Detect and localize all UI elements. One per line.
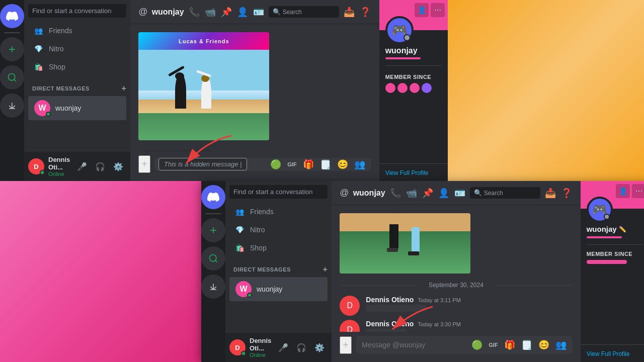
gift-button-bottom[interactable]: 🎁	[502, 338, 517, 351]
help-button-bottom[interactable]: ❓	[560, 187, 573, 199]
profile-divider-bottom	[587, 244, 643, 245]
chat-search-top[interactable]: 🔍 Search	[269, 6, 339, 18]
profile-more-options-top[interactable]: ⋯	[431, 3, 445, 17]
nav-friends-top[interactable]: 👥 Friends	[28, 23, 126, 39]
dm-section-label-bottom: DIRECT MESSAGES	[233, 266, 291, 273]
explore-button-bottom[interactable]	[201, 246, 225, 270]
add-dm-button-top[interactable]: +	[122, 84, 127, 93]
chat-header-username-bottom: wuonjay	[353, 189, 385, 198]
profile-member-since-section-top: Member Since	[379, 70, 448, 97]
dm-user-wuonjay-bottom[interactable]: W wuonjay	[229, 277, 328, 301]
add-dm-button-bottom[interactable]: +	[323, 265, 328, 274]
sticker-button-top[interactable]: 🗒️	[318, 158, 333, 171]
profile-add-friend-top[interactable]: 👤	[415, 3, 429, 17]
background-gradient-right	[443, 0, 644, 181]
video-button-top[interactable]: 📹	[204, 6, 216, 18]
chat-main-top: @ wuonjay 📞 📹 📌 👤 🪪 🔍 Search 📥 ❓	[130, 0, 379, 181]
search-placeholder-bottom: Find or start a conversation	[233, 188, 313, 196]
dm-icon-bottom: @	[340, 188, 349, 198]
profile-more-options-bottom[interactable]: ⋯	[632, 184, 644, 198]
discord-home-button-bottom[interactable]	[201, 185, 225, 209]
profile-username-area-bottom: wuonjay ✏️	[581, 223, 644, 235]
profile-username-area-top: wuonjay	[379, 44, 448, 61]
attach-button-top[interactable]: +	[138, 155, 150, 173]
member-since-label-bottom: Member Since	[587, 251, 643, 257]
input-actions-bottom: 🟢 GIF 🎁 🗒️ 😊 👥	[469, 338, 568, 351]
gif-button-top[interactable]: GIF	[285, 160, 298, 168]
deafen-button-bottom[interactable]: 🎧	[293, 339, 309, 355]
download-apps-button[interactable]	[0, 94, 24, 118]
profile-username-bottom: wuonjay	[587, 225, 617, 233]
dm-section-label-top: DIRECT MESSAGES	[32, 85, 90, 92]
add-server-button[interactable]: +	[0, 37, 24, 61]
attach-button-bottom[interactable]: +	[340, 336, 352, 354]
download-button-bottom[interactable]	[201, 275, 225, 299]
member-since-bar-bottom	[587, 260, 627, 264]
discord-home-button[interactable]	[0, 4, 24, 28]
sticker-button-bottom[interactable]: 🗒️	[519, 338, 534, 351]
chat-header-bottom: @ wuonjay 📞 📹 📌 👤 🪪 🔍 Search 📥 ❓	[332, 181, 580, 205]
emoji-button-top[interactable]: 😊	[335, 158, 350, 171]
add-member-button-top[interactable]: 👤	[236, 6, 249, 18]
self-status-dot-bottom	[241, 351, 246, 356]
settings-button-top[interactable]: ⚙️	[110, 158, 126, 174]
chat-messages-bottom[interactable]: September 30, 2024 D Dennis Otieno Today…	[332, 205, 580, 332]
emoji-nitro-button-bottom[interactable]: 🟢	[469, 338, 485, 351]
search-bar-top[interactable]: Find or start a conversation	[28, 4, 126, 18]
people-button-bottom[interactable]: 👥	[553, 338, 569, 351]
emoji-button-bottom[interactable]: 😊	[536, 338, 551, 351]
chat-search-bottom[interactable]: 🔍 Search	[470, 187, 540, 199]
mute-button-top[interactable]: 🎤	[74, 158, 90, 174]
add-member-button-bottom[interactable]: 👤	[438, 187, 450, 199]
profile-button-bottom[interactable]: 🪪	[454, 187, 466, 199]
user-status-bar-top: D Dennis Oti... Online 🎤 🎧 ⚙️	[24, 152, 130, 181]
deafen-button-top[interactable]: 🎧	[92, 158, 108, 174]
video-button-bottom[interactable]: 📹	[406, 187, 418, 199]
mute-button-bottom[interactable]: 🎤	[275, 339, 291, 355]
shop-label-bottom: Shop	[250, 244, 267, 252]
profile-actions-bottom: 👤 ⋯	[616, 184, 644, 198]
self-status-text-bottom: Online	[250, 352, 271, 358]
dm-user-wuonjay-top[interactable]: W wuonjay	[28, 96, 126, 120]
people-button-top[interactable]: 👥	[352, 158, 367, 171]
friends-icon-top: 👥	[34, 27, 43, 35]
pin-button-top[interactable]: 📌	[220, 6, 232, 18]
edit-username-icon-bottom[interactable]: ✏️	[619, 226, 626, 233]
background-gradient-bottom-left	[0, 181, 201, 362]
view-full-profile-link-bottom[interactable]: View Full Profile	[587, 350, 630, 357]
message-input-field-bottom[interactable]	[360, 336, 469, 354]
search-bar-bottom[interactable]: Find or start a conversation	[229, 185, 328, 199]
gif-button-bottom[interactable]: GIF	[487, 341, 500, 349]
nav-friends-bottom[interactable]: 👥 Friends	[229, 204, 328, 220]
nav-nitro-bottom[interactable]: 💎 Nitro	[229, 222, 328, 238]
profile-panel-bottom: 👤 ⋯ 🎮 wuonjay ✏️ Member Since View Full …	[581, 181, 644, 362]
gift-button-top[interactable]: 🎁	[301, 158, 316, 171]
phone-button-top[interactable]: 📞	[188, 6, 200, 18]
inbox-button-top[interactable]: 📥	[343, 6, 355, 18]
nav-shop-bottom[interactable]: 🛍️ Shop	[229, 240, 328, 256]
nitro-label-top: Nitro	[49, 45, 64, 53]
nitro-icon-bottom: 💎	[235, 226, 244, 234]
nav-nitro-top[interactable]: 💎 Nitro	[28, 41, 126, 57]
member-badges-top	[385, 83, 442, 93]
profile-button-top[interactable]: 🪪	[253, 6, 265, 18]
msg1-content-bottom: Dennis Otieno Today at 3:11 PM	[366, 296, 572, 312]
help-button-top[interactable]: ❓	[359, 6, 371, 18]
pin-button-bottom[interactable]: 📌	[422, 187, 434, 199]
dm-section-header-top: DIRECT MESSAGES +	[24, 76, 130, 95]
inbox-button-bottom[interactable]: 📥	[544, 187, 556, 199]
avatar-wuonjay-top: W	[34, 100, 50, 116]
explore-servers-button[interactable]	[0, 65, 24, 89]
view-full-profile-link-top[interactable]: View Full Profile	[385, 169, 429, 176]
badge-3-top	[410, 83, 420, 93]
emoji-nitro-button-top[interactable]: 🟢	[268, 158, 283, 171]
member-since-label-top: Member Since	[385, 74, 442, 80]
self-user-info-bottom: Dennis Oti... Online	[250, 337, 271, 358]
settings-button-bottom[interactable]: ⚙️	[311, 339, 328, 355]
nav-shop-top[interactable]: 🛍️ Shop	[28, 59, 126, 75]
message-input-bar-bottom: + 🟢 GIF 🎁 🗒️ 😊 👥	[332, 332, 580, 362]
add-server-button-bottom[interactable]: +	[201, 218, 225, 242]
nitro-icon-top: 💎	[34, 45, 43, 53]
phone-button-bottom[interactable]: 📞	[389, 187, 401, 199]
profile-add-friend-bottom[interactable]: 👤	[616, 184, 630, 198]
